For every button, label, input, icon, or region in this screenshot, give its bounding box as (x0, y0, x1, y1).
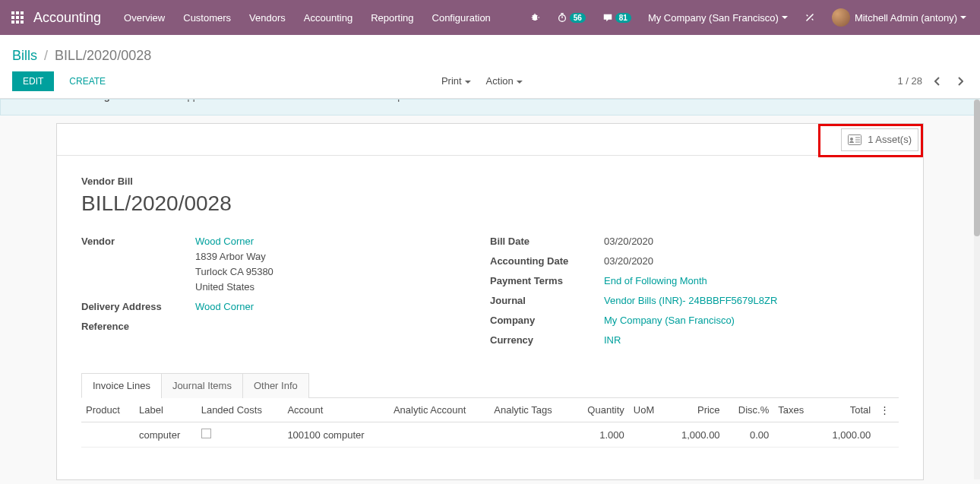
billdate-label: Bill Date (490, 234, 604, 249)
col-price[interactable]: Price (665, 398, 724, 422)
svg-rect-3 (11, 16, 14, 19)
col-uom[interactable]: UoM (629, 398, 666, 422)
col-analytic-tags[interactable]: Analytic Tags (489, 398, 572, 422)
top-nav: Accounting Overview Customers Vendors Ac… (0, 0, 980, 35)
menu-customers[interactable]: Customers (174, 0, 240, 35)
tab-invoice-lines[interactable]: Invoice Lines (81, 373, 162, 398)
cell-landed (197, 422, 283, 448)
menu-vendors[interactable]: Vendors (240, 0, 295, 35)
cell-account: 100100 computer (283, 422, 389, 448)
print-dropdown[interactable]: Print (441, 75, 471, 87)
currency-value[interactable]: INR (604, 334, 621, 346)
menu-configuration[interactable]: Configuration (423, 0, 500, 35)
user-name: Mitchell Admin (antony) (855, 12, 957, 24)
form-sheet: 1 Asset(s) Vendor Bill BILL/2020/0028 Ve… (56, 123, 924, 480)
tab-journal-items[interactable]: Journal Items (161, 373, 243, 398)
action-dropdown[interactable]: Action (486, 75, 523, 87)
vendor-label: Vendor (81, 234, 195, 295)
tabs: Invoice Lines Journal Items Other Info (81, 372, 899, 398)
col-disc[interactable]: Disc.% (725, 398, 774, 422)
pager-text: 1 / 28 (897, 75, 922, 87)
cell-taxes (773, 422, 817, 448)
invoice-lines-table: Product Label Landed Costs Account Analy… (81, 398, 899, 448)
scrollbar-thumb[interactable] (974, 100, 980, 236)
pager-next[interactable] (953, 74, 968, 89)
breadcrumb-current: BILL/2020/0028 (55, 48, 151, 63)
brand[interactable]: Accounting (29, 10, 115, 26)
cell-qty: 1.000 (572, 422, 628, 448)
vendor-link[interactable]: Wood Corner (195, 236, 254, 247)
col-kebab[interactable]: ⋮ (875, 398, 899, 422)
breadcrumb-root[interactable]: Bills (12, 48, 37, 63)
create-button[interactable]: CREATE (58, 71, 116, 91)
apps-icon[interactable] (6, 11, 29, 24)
journal-value[interactable]: Vendor Bills (INR)- 24BBBFF5679L8ZR (604, 295, 777, 306)
menu-accounting[interactable]: Accounting (295, 0, 362, 35)
col-qty[interactable]: Quantity (572, 398, 628, 422)
menu-reporting[interactable]: Reporting (362, 0, 422, 35)
cell-product (81, 422, 134, 448)
settings-icon[interactable] (797, 0, 823, 35)
checkbox-icon (201, 429, 211, 438)
cell-disc: 0.00 (725, 422, 774, 448)
acctdate-value: 03/20/2020 (604, 254, 899, 269)
cell-analytic-account (389, 422, 489, 448)
id-card-icon (848, 134, 861, 145)
edit-button[interactable]: EDIT (12, 71, 54, 91)
svg-rect-6 (11, 21, 14, 24)
assets-stat-button[interactable]: 1 Asset(s) (841, 128, 918, 151)
col-product[interactable]: Product (81, 398, 134, 422)
svg-rect-1 (16, 11, 19, 14)
svg-rect-8 (21, 21, 24, 24)
col-landed[interactable]: Landed Costs (197, 398, 283, 422)
user-menu[interactable]: Mitchell Admin (antony) (824, 0, 974, 35)
pager: 1 / 28 (897, 74, 968, 89)
breadcrumb-sep: / (41, 48, 51, 63)
svg-rect-5 (21, 16, 24, 19)
vendor-addr3: United States (195, 281, 254, 293)
scrollbar[interactable] (974, 100, 980, 479)
breadcrumb: Bills / BILL/2020/0028 (12, 48, 151, 64)
main-menu: Overview Customers Vendors Accounting Re… (115, 0, 500, 35)
company-value[interactable]: My Company (San Francisco) (604, 315, 735, 326)
col-analytic-account[interactable]: Analytic Account (389, 398, 489, 422)
svg-rect-2 (21, 11, 24, 14)
menu-overview[interactable]: Overview (115, 0, 174, 35)
terms-label: Payment Terms (490, 274, 604, 289)
journal-label: Journal (490, 293, 604, 308)
col-total[interactable]: Total (817, 398, 875, 422)
col-taxes[interactable]: Taxes (773, 398, 817, 422)
pager-prev[interactable] (930, 74, 945, 89)
action-bar: EDIT CREATE Print Action 1 / 28 (0, 64, 980, 99)
svg-rect-0 (11, 11, 14, 14)
col-account[interactable]: Account (283, 398, 389, 422)
bug-icon[interactable] (522, 0, 548, 35)
cell-price: 1,000.00 (665, 422, 724, 448)
breadcrumb-bar: Bills / BILL/2020/0028 (0, 35, 980, 64)
assets-stat-label: 1 Asset(s) (868, 134, 912, 145)
delivery-label: Delivery Address (81, 299, 195, 315)
table-row[interactable]: computer 100100 computer 1.000 1,000.00 … (81, 422, 899, 448)
acctdate-label: Accounting Date (490, 254, 604, 269)
cell-analytic-tags (489, 422, 572, 448)
terms-value[interactable]: End of Following Month (604, 275, 707, 286)
info-banner: You have outstanding debits for this sup… (0, 99, 980, 115)
timer-icon[interactable]: 56 (549, 0, 593, 35)
svg-point-11 (850, 138, 853, 141)
cell-label: computer (134, 422, 197, 448)
reference-label: Reference (81, 319, 195, 334)
delivery-link[interactable]: Wood Corner (195, 301, 254, 312)
billdate-value: 03/20/2020 (604, 234, 899, 249)
svg-rect-4 (16, 16, 19, 19)
right-col: Bill Date 03/20/2020 Accounting Date 03/… (490, 234, 899, 353)
chat-icon[interactable]: 81 (595, 0, 639, 35)
avatar (832, 8, 850, 27)
cell-uom (629, 422, 666, 448)
left-col: Vendor Wood Corner 1839 Arbor Way Turloc… (81, 234, 490, 353)
form-title: BILL/2020/0028 (81, 191, 899, 216)
cell-total: 1,000.00 (817, 422, 875, 448)
company-switcher[interactable]: My Company (San Francisco) (640, 0, 795, 35)
tab-other-info[interactable]: Other Info (242, 373, 309, 398)
vendor-addr2: Turlock CA 95380 (195, 266, 273, 277)
col-label[interactable]: Label (134, 398, 197, 422)
